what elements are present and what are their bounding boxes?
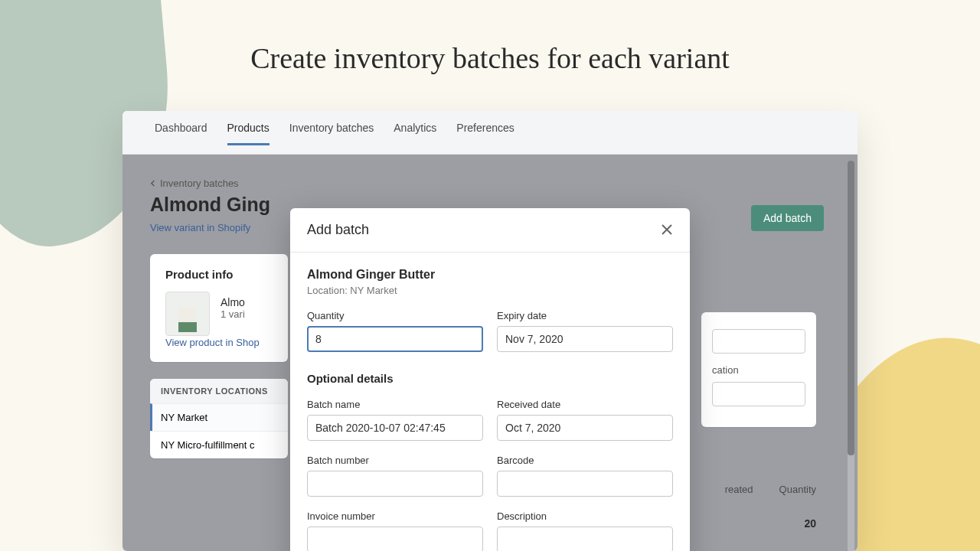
batch-number-label: Batch number: [307, 455, 483, 466]
variant-count-label: 1 vari: [220, 308, 273, 320]
partial-field-1: [712, 329, 805, 354]
barcode-label: Barcode: [497, 455, 673, 466]
description-label: Description: [497, 510, 673, 522]
right-panel-partial: cation: [701, 312, 816, 427]
received-date-label: Received date: [497, 399, 673, 410]
quantity-label: Quantity: [307, 310, 483, 321]
view-product-link[interactable]: View product in Shop: [165, 337, 273, 348]
product-name-partial: Almo: [220, 296, 273, 308]
batch-name-label: Batch name: [307, 399, 483, 410]
close-icon[interactable]: [661, 223, 673, 238]
modal-location-label: Location: NY Market: [307, 285, 673, 296]
breadcrumb[interactable]: Inventory batches: [150, 178, 830, 189]
add-batch-modal: Add batch Almond Ginger Butter Location:…: [290, 208, 690, 551]
tab-preferences[interactable]: Preferences: [456, 122, 514, 143]
inventory-locations-card: INVENTORY LOCATIONS NY Market NY Micro-f…: [150, 379, 288, 458]
app-window: Dashboard Products Inventory batches Ana…: [122, 111, 858, 551]
batch-name-input[interactable]: [307, 415, 483, 441]
view-variant-link[interactable]: View variant in Shopify: [150, 222, 250, 233]
product-info-heading: Product info: [165, 268, 273, 281]
marketing-headline: Create inventory batches for each varian…: [0, 41, 980, 75]
tab-inventory-batches[interactable]: Inventory batches: [289, 122, 374, 143]
breadcrumb-label: Inventory batches: [160, 178, 239, 189]
location-item-ny-market[interactable]: NY Market: [150, 403, 288, 431]
batch-number-input[interactable]: [307, 471, 483, 497]
description-input[interactable]: [497, 527, 673, 551]
expiry-date-input[interactable]: [497, 326, 673, 352]
app-body-dimmed: Inventory batches Almond Ging View varia…: [122, 155, 858, 551]
table-quantity-value: 20: [804, 517, 816, 530]
tab-products[interactable]: Products: [227, 122, 270, 145]
modal-body: Almond Ginger Butter Location: NY Market…: [290, 253, 690, 551]
tab-analytics[interactable]: Analytics: [394, 122, 436, 143]
modal-product-name: Almond Ginger Butter: [307, 268, 673, 282]
modal-header: Add batch: [290, 208, 690, 253]
received-date-input[interactable]: [497, 415, 673, 441]
invoice-number-label: Invoice number: [307, 510, 483, 522]
expiry-date-label: Expiry date: [497, 310, 673, 321]
add-batch-button[interactable]: Add batch: [751, 205, 824, 231]
scrollbar-thumb[interactable]: [848, 161, 854, 455]
top-navigation: Dashboard Products Inventory batches Ana…: [122, 111, 858, 155]
invoice-number-input[interactable]: [307, 527, 483, 551]
col-created: reated: [725, 484, 753, 495]
location-item-ny-micro[interactable]: NY Micro-fulfillment c: [150, 431, 288, 458]
table-header-partial: reated Quantity: [725, 484, 816, 495]
product-info-card: Product info Almo 1 vari View product in…: [150, 254, 288, 362]
modal-title: Add batch: [307, 222, 369, 238]
partial-label: cation: [712, 364, 805, 376]
partial-field-2: [712, 382, 805, 406]
quantity-input[interactable]: [307, 326, 483, 352]
locations-header: INVENTORY LOCATIONS: [150, 379, 288, 403]
chevron-left-icon: [150, 180, 157, 187]
optional-details-heading: Optional details: [307, 372, 673, 385]
tab-dashboard[interactable]: Dashboard: [155, 122, 207, 143]
product-thumbnail: [165, 292, 210, 336]
barcode-input[interactable]: [497, 471, 673, 497]
col-quantity: Quantity: [779, 484, 816, 495]
vertical-scrollbar[interactable]: [848, 161, 854, 551]
